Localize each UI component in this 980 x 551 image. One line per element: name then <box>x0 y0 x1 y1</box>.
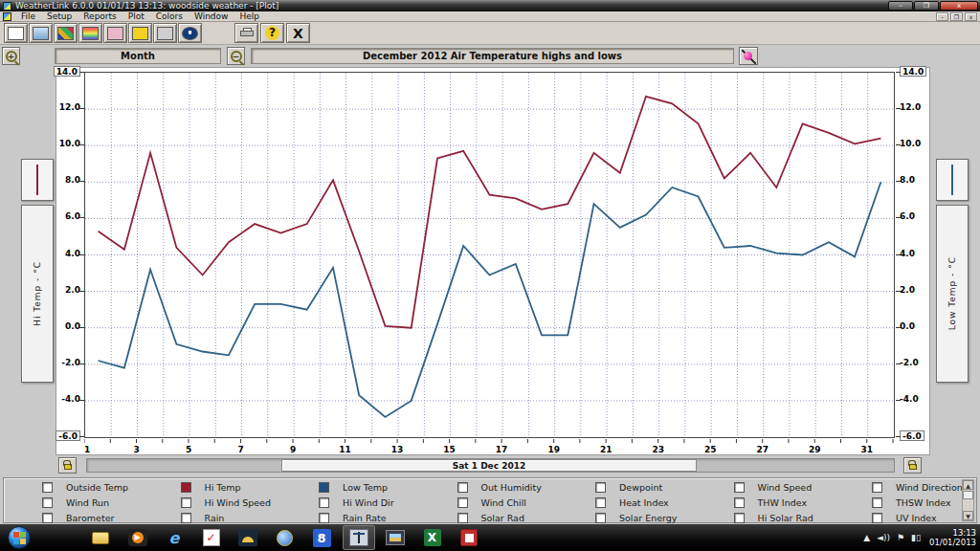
help-icon: ? <box>265 26 279 40</box>
plot-title[interactable]: December 2012 Air Temperature highs and … <box>251 48 734 64</box>
weather-station-button[interactable] <box>4 23 28 43</box>
right-axis-max-field[interactable]: 14.0 <box>900 66 926 77</box>
hi-wind-dir-checkbox[interactable] <box>319 497 329 508</box>
legend-scroll-thumb[interactable] <box>963 491 973 499</box>
network-icon[interactable]: ▮▯ <box>911 533 921 542</box>
app-icon <box>3 2 11 11</box>
print-button[interactable] <box>234 23 258 43</box>
mdi-minimize-button[interactable]: – <box>936 12 948 21</box>
solar-rad-checkbox[interactable] <box>457 513 468 523</box>
plot-area[interactable] <box>84 72 895 438</box>
sunrise-app-taskbar-button[interactable] <box>232 525 264 550</box>
notes-pad-button[interactable] <box>128 23 152 43</box>
low-temp-axis-panel[interactable]: Low Temp - °C <box>936 205 969 383</box>
left-lock-button[interactable] <box>58 457 77 474</box>
wind-speed-checkbox[interactable] <box>734 482 745 493</box>
interval-selector[interactable]: Month <box>55 48 221 64</box>
legend-label: Rain <box>205 513 225 523</box>
zoom-out-button[interactable]: − <box>227 47 245 65</box>
thsw-index-checkbox[interactable] <box>872 497 882 508</box>
hi-temp-line-style-button[interactable] <box>21 159 54 201</box>
y-tick <box>896 327 901 328</box>
weatherlink-station-taskbar-button[interactable] <box>343 525 375 550</box>
right-lock-button[interactable] <box>903 457 922 474</box>
google-8-taskbar-button[interactable]: 8 <box>305 525 338 550</box>
legend-scroll-up-icon[interactable]: ▲ <box>963 480 973 490</box>
help-button[interactable]: ? <box>260 23 284 43</box>
colors-button[interactable] <box>739 47 758 65</box>
hi-wind-speed-checkbox[interactable] <box>181 497 191 508</box>
hi-solar-rad-checkbox[interactable] <box>734 513 745 523</box>
hi-temp-checkbox[interactable] <box>181 482 191 493</box>
photo-viewer-taskbar-button[interactable] <box>379 525 412 550</box>
legend-scroll-down-icon[interactable]: ▼ <box>963 511 973 520</box>
red-app-taskbar-button[interactable] <box>453 525 485 550</box>
mdi-restore-button[interactable]: ❐ <box>950 12 963 21</box>
x-tick-label: 7 <box>237 445 243 454</box>
excel-taskbar-button[interactable]: X <box>416 525 449 550</box>
legend-label: Hi Wind Dir <box>343 497 394 508</box>
globe-browser-taskbar-button[interactable] <box>269 525 301 550</box>
speaker-icon[interactable]: ◄)) <box>877 533 890 542</box>
internet-explorer-taskbar-button[interactable]: e <box>158 525 190 550</box>
tray-expand-icon[interactable]: ▲ <box>863 533 870 542</box>
close-icon: X <box>293 26 303 41</box>
weather-cloud-button[interactable] <box>153 23 177 43</box>
taskbar-clock[interactable]: 13:13 01/01/2013 <box>929 528 976 547</box>
legend-item: Low Temp <box>319 481 388 493</box>
minimize-button[interactable]: – <box>888 1 913 11</box>
rain-checkbox[interactable] <box>181 513 191 523</box>
variable-legend: Outside TempHi TempLow TempOut HumidityD… <box>3 477 977 523</box>
notes-pad-icon <box>132 27 148 40</box>
legend-item: Out Humidity <box>457 481 542 493</box>
legend-item: THW Index <box>734 496 808 508</box>
low-temp-checkbox[interactable] <box>319 482 329 493</box>
legend-label: Wind Direction <box>896 482 963 493</box>
media-player-taskbar-button[interactable]: ▶ <box>122 525 154 550</box>
legend-item: THSW Index <box>872 496 951 508</box>
left-axis-min-field[interactable]: -6.0 <box>56 430 80 441</box>
uv-index-checkbox[interactable] <box>872 513 882 523</box>
explorer-taskbar-button[interactable] <box>84 525 117 550</box>
rain-rate-checkbox[interactable] <box>319 513 329 523</box>
bulletin-chart-button[interactable] <box>54 23 78 43</box>
wind-chill-checkbox[interactable] <box>457 497 468 508</box>
noaa-logo-button[interactable] <box>178 23 202 43</box>
outside-temp-checkbox[interactable] <box>42 482 53 493</box>
time-scroll-thumb[interactable]: Sat 1 Dec 2012 <box>281 459 697 472</box>
start-button[interactable] <box>8 526 31 549</box>
hi-temp-axis-panel[interactable]: Hi Temp - °C <box>21 205 54 383</box>
check-app-taskbar-button[interactable]: ✓ <box>195 525 228 550</box>
left-padlock-icon <box>64 464 72 470</box>
legend-scrollbar[interactable]: ▲ ▼ <box>962 479 974 521</box>
menu-reports[interactable]: Reports <box>78 11 122 22</box>
maximize-button[interactable]: ❐ <box>914 1 939 11</box>
menu-window[interactable]: Window <box>189 11 234 22</box>
wind-direction-checkbox[interactable] <box>872 482 882 493</box>
menu-help[interactable]: Help <box>234 11 265 22</box>
left-axis-max-field[interactable]: 14.0 <box>54 66 80 77</box>
wind-run-checkbox[interactable] <box>42 497 53 508</box>
setup-monitor-button[interactable] <box>29 23 53 43</box>
out-humidity-checkbox[interactable] <box>457 482 468 493</box>
mdi-close-button[interactable]: x <box>965 12 977 21</box>
right-axis-min-field[interactable]: -6.0 <box>900 430 924 441</box>
zoom-in-button[interactable]: + <box>2 47 20 65</box>
close-button[interactable]: x <box>940 1 978 11</box>
close-plot-button[interactable]: X <box>286 23 310 43</box>
time-scrollbar[interactable]: Sat 1 Dec 2012 <box>86 458 895 473</box>
menu-plot[interactable]: Plot <box>122 11 150 22</box>
heat-index-checkbox[interactable] <box>595 497 606 508</box>
flag-icon[interactable]: ⚑ <box>897 533 904 542</box>
menu-file[interactable]: File <box>15 11 41 22</box>
thw-index-checkbox[interactable] <box>734 497 745 508</box>
solar-energy-checkbox[interactable] <box>595 513 606 523</box>
strip-chart-rainbow-button[interactable] <box>78 23 102 43</box>
barometer-checkbox[interactable] <box>42 513 53 523</box>
sunrise-app-icon <box>237 528 258 547</box>
summary-window-button[interactable] <box>103 23 127 43</box>
dewpoint-checkbox[interactable] <box>595 482 606 493</box>
menu-colors[interactable]: Colors <box>150 11 189 22</box>
menu-setup[interactable]: Setup <box>41 11 78 22</box>
low-temp-line-style-button[interactable] <box>936 159 969 201</box>
